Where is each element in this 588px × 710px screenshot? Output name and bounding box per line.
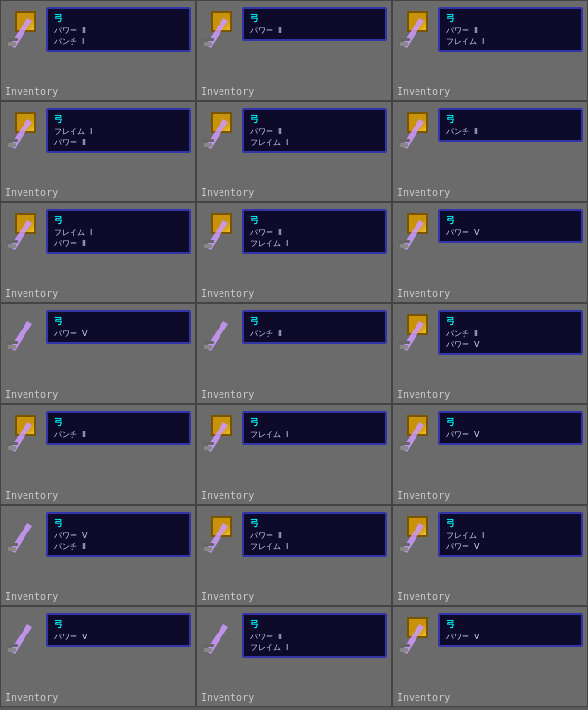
cell-inner-13: 弓フレイム Ⅰ [201, 411, 387, 502]
info-box-6: 弓フレイム Ⅰパワー Ⅱ [46, 209, 191, 254]
item-line-20-0: パワー Ⅴ [446, 632, 575, 642]
item-line-15-1: パンチ Ⅱ [54, 541, 183, 552]
svg-rect-34 [400, 345, 408, 349]
item-icon-5 [397, 112, 434, 149]
sword-icon-12 [5, 415, 34, 452]
sword-icon-14 [397, 415, 426, 452]
cell-8[interactable]: 弓パワー ⅤInventory [392, 202, 588, 303]
cell-inner-19: 弓パワー Ⅱフレイム Ⅰ [201, 613, 387, 704]
svg-rect-62 [398, 644, 410, 647]
svg-rect-4 [204, 42, 212, 46]
sword-icon-1 [201, 11, 230, 48]
sword-icon-19 [201, 617, 230, 654]
inventory-label-16: Inventory [201, 591, 254, 602]
enchant-label-12: 弓 [54, 416, 183, 429]
cell-0[interactable]: 弓パワー Ⅱパンチ ⅠInventory [0, 0, 196, 101]
enchant-label-8: 弓 [446, 214, 575, 227]
svg-rect-59 [202, 644, 214, 647]
cell-19[interactable]: 弓パワー Ⅱフレイム ⅠInventory [196, 606, 392, 707]
info-box-11: 弓パンチ Ⅱパワー Ⅴ [438, 310, 583, 355]
inventory-label-11: Inventory [397, 389, 450, 400]
svg-rect-17 [398, 139, 410, 142]
cell-5[interactable]: 弓パンチ ⅡInventory [392, 101, 588, 202]
inventory-label-6: Inventory [5, 288, 58, 299]
item-line-2-0: パワー Ⅱ [446, 25, 575, 36]
inventory-label-5: Inventory [397, 187, 450, 198]
svg-rect-38 [6, 442, 18, 445]
cell-15[interactable]: 弓パワー Ⅴパンチ ⅡInventory [0, 505, 196, 606]
enchant-label-11: 弓 [446, 315, 575, 328]
cell-16[interactable]: 弓パワー Ⅱフレイム ⅠInventory [196, 505, 392, 606]
item-icon-13 [201, 415, 238, 452]
sword-icon-11 [397, 314, 426, 351]
enchant-label-4: 弓 [250, 113, 379, 126]
cell-inner-12: 弓パンチ Ⅱ [5, 411, 191, 502]
sword-icon-10 [201, 314, 230, 351]
item-line-14-0: パワー Ⅴ [446, 430, 575, 440]
cell-9[interactable]: 弓パワー ⅤInventory [0, 303, 196, 404]
cell-7[interactable]: 弓パワー Ⅱフレイム ⅠInventory [196, 202, 392, 303]
info-box-0: 弓パワー Ⅱパンチ Ⅰ [46, 7, 191, 52]
enchant-label-20: 弓 [446, 618, 575, 631]
svg-rect-22 [204, 244, 212, 248]
info-box-7: 弓パワー Ⅱフレイム Ⅰ [242, 209, 387, 254]
inventory-label-1: Inventory [201, 86, 254, 97]
inventory-label-12: Inventory [5, 490, 58, 501]
enchant-label-3: 弓 [54, 113, 183, 126]
cell-11[interactable]: 弓パンチ Ⅱパワー ⅤInventory [392, 303, 588, 404]
cell-14[interactable]: 弓パワー ⅤInventory [392, 404, 588, 505]
info-box-13: 弓フレイム Ⅰ [242, 411, 387, 445]
item-line-16-1: フレイム Ⅰ [250, 541, 379, 552]
item-icon-17 [397, 516, 434, 553]
sword-icon-2 [397, 11, 426, 48]
cell-4[interactable]: 弓パワー Ⅱフレイム ⅠInventory [196, 101, 392, 202]
sword-icon-17 [397, 516, 426, 553]
item-line-7-0: パワー Ⅱ [250, 228, 379, 238]
sword-icon-13 [201, 415, 230, 452]
inventory-label-15: Inventory [5, 591, 58, 602]
item-line-1-0: パワー Ⅱ [250, 25, 379, 36]
inventory-label-4: Inventory [201, 187, 254, 198]
svg-rect-46 [8, 547, 16, 551]
cell-inner-10: 弓パンチ Ⅱ [201, 310, 387, 401]
inventory-label-18: Inventory [5, 692, 58, 703]
svg-rect-23 [202, 240, 214, 243]
cell-13[interactable]: 弓フレイム ⅠInventory [196, 404, 392, 505]
cell-17[interactable]: 弓フレイム Ⅰパワー ⅤInventory [392, 505, 588, 606]
sword-icon-20 [397, 617, 426, 654]
item-line-17-0: フレイム Ⅰ [446, 531, 575, 541]
item-line-4-0: パワー Ⅱ [250, 127, 379, 137]
item-line-12-0: パンチ Ⅱ [54, 430, 183, 440]
sword-icon-0 [5, 11, 34, 48]
info-box-2: 弓パワー Ⅱフレイム Ⅰ [438, 7, 583, 52]
enchant-label-6: 弓 [54, 214, 183, 227]
cell-12[interactable]: 弓パンチ ⅡInventory [0, 404, 196, 505]
item-line-19-0: パワー Ⅱ [250, 632, 379, 642]
inventory-label-3: Inventory [5, 187, 58, 198]
item-line-19-1: フレイム Ⅰ [250, 642, 379, 653]
cell-18[interactable]: 弓パワー ⅤInventory [0, 606, 196, 707]
cell-inner-7: 弓パワー Ⅱフレイム Ⅰ [201, 209, 387, 300]
svg-rect-44 [398, 442, 410, 445]
item-icon-14 [397, 415, 434, 452]
cell-2[interactable]: 弓パワー Ⅱフレイム ⅠInventory [392, 0, 588, 101]
cell-6[interactable]: 弓フレイム Ⅰパワー ⅡInventory [0, 202, 196, 303]
cell-inner-14: 弓パワー Ⅴ [397, 411, 583, 502]
cell-10[interactable]: 弓パンチ ⅡInventory [196, 303, 392, 404]
item-line-10-0: パンチ Ⅱ [250, 329, 379, 339]
item-line-17-1: パワー Ⅴ [446, 541, 575, 552]
enchant-label-0: 弓 [54, 12, 183, 25]
info-box-12: 弓パンチ Ⅱ [46, 411, 191, 445]
item-icon-2 [397, 11, 434, 48]
info-box-9: 弓パワー Ⅴ [46, 310, 191, 344]
cell-inner-15: 弓パワー Ⅴパンチ Ⅱ [5, 512, 191, 603]
enchant-label-9: 弓 [54, 315, 183, 328]
item-line-11-0: パンチ Ⅱ [446, 329, 575, 339]
cell-inner-6: 弓フレイム Ⅰパワー Ⅱ [5, 209, 191, 300]
cell-20[interactable]: 弓パワー ⅤInventory [392, 606, 588, 707]
inventory-label-8: Inventory [397, 288, 450, 299]
cell-1[interactable]: 弓パワー ⅡInventory [196, 0, 392, 101]
svg-rect-19 [8, 244, 16, 248]
cell-3[interactable]: 弓フレイム Ⅰパワー ⅡInventory [0, 101, 196, 202]
inventory-label-10: Inventory [201, 389, 254, 400]
